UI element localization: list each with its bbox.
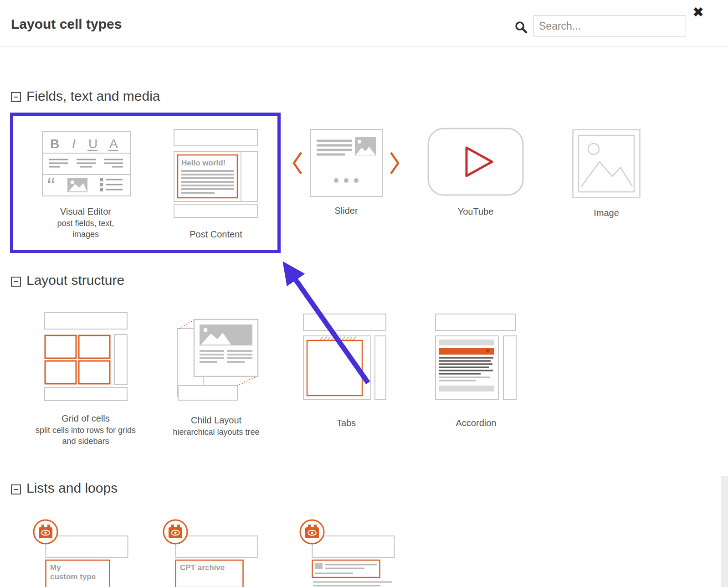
post-list-icon — [298, 519, 396, 587]
search-icon — [514, 20, 528, 34]
layout-cell-types-modal: Layout cell types ✖ Fields, text and med… — [0, 0, 728, 587]
cell-youtube[interactable]: YouTube — [427, 128, 524, 219]
section-title-lists: Lists and loops — [26, 480, 118, 496]
cell-slider[interactable]: Slider — [290, 129, 402, 220]
collapse-icon-structure[interactable] — [11, 277, 21, 287]
cell-grid-of-cells[interactable]: Grid of cells split cells into rows for … — [36, 312, 136, 449]
collapse-icon-fields[interactable] — [11, 92, 21, 102]
cell-tabs[interactable]: Tabs — [301, 314, 392, 441]
scrollbar[interactable] — [721, 476, 728, 587]
cell-post-list-custom-type[interactable]: My custom type — [32, 519, 130, 587]
svg-text:My: My — [50, 563, 61, 572]
youtube-icon — [427, 128, 524, 196]
cell-label: Grid of cells — [36, 413, 136, 424]
post-list-icon: CPT archive — [162, 519, 260, 587]
svg-text:CPT archive: CPT archive — [180, 563, 225, 572]
child-layout-icon — [175, 314, 260, 402]
image-icon — [572, 129, 641, 198]
close-icon[interactable]: ✖ — [692, 5, 704, 19]
cell-label: Accordion — [431, 417, 522, 428]
cell-post-list-cpt-archive[interactable]: CPT archive — [162, 519, 260, 587]
header-divider — [0, 46, 728, 47]
grid-of-cells-icon — [44, 312, 128, 401]
cell-post-list-rows[interactable] — [298, 519, 396, 587]
cell-label: YouTube — [430, 206, 521, 217]
tabs-icon — [303, 314, 387, 402]
svg-text:custom type: custom type — [50, 572, 96, 581]
annotation-highlight-box — [10, 113, 281, 253]
section-divider-2 — [0, 460, 696, 460]
accordion-icon — [435, 314, 517, 402]
cell-sublabel: split cells into rows for grids and side… — [33, 425, 138, 447]
collapse-icon-lists[interactable] — [11, 484, 21, 494]
cell-label: Tabs — [301, 417, 392, 428]
search-input[interactable] — [533, 15, 686, 36]
cell-sublabel: hierarchical layouts tree — [172, 427, 261, 438]
cell-label: Child Layout — [172, 415, 261, 426]
cell-child-layout[interactable]: Child Layout hierarchical layouts tree — [172, 314, 261, 450]
section-title-fields: Fields, text and media — [26, 88, 160, 104]
cell-accordion[interactable]: Accordion — [431, 314, 522, 441]
cell-label: Slider — [301, 205, 392, 216]
post-list-icon: My custom type — [32, 519, 130, 587]
cell-image[interactable]: Image — [561, 129, 652, 220]
section-title-structure: Layout structure — [26, 273, 124, 288]
slider-icon — [290, 129, 402, 197]
cell-label: Image — [561, 207, 652, 218]
page-title: Layout cell types — [11, 16, 122, 32]
